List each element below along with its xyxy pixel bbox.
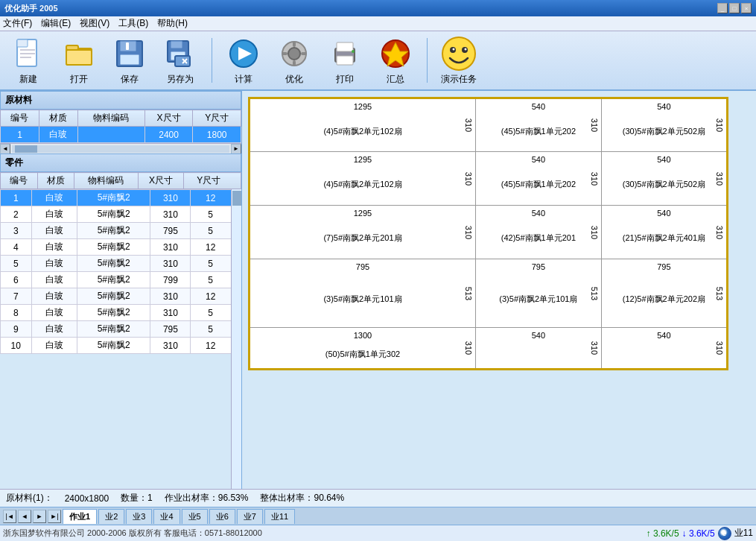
parts-row[interactable]: 8 白玻 5#南飘2 310 5: [1, 305, 241, 321]
part-code: 5#南飘2: [77, 190, 150, 206]
svg-rect-1: [17, 39, 28, 47]
optimize-button[interactable]: 优化: [272, 33, 317, 89]
col-id: 编号: [1, 110, 39, 127]
p-col-x: X尺寸: [138, 173, 184, 189]
cut-cell: 540 310 (30)5#南飘2单元502扇: [601, 98, 727, 152]
tab-job2[interactable]: 业2: [98, 509, 124, 524]
cell-label: (45)5#南飘1单元202: [480, 179, 597, 190]
parts-scroll[interactable]: 1 白玻 5#南飘2 310 12 2 白玻 5#南飘2 310 5 3 白玻 …: [0, 189, 241, 489]
parts-row[interactable]: 6 白玻 5#南飘2 799 5: [1, 272, 241, 288]
cut-cell: 795 513 (12)5#南飘2单元202扇: [601, 259, 727, 328]
parts-table-body: 1 白玻 5#南飘2 310 12 2 白玻 5#南飘2 310 5 3 白玻 …: [0, 189, 241, 354]
menu-edit[interactable]: 编辑(E): [41, 17, 71, 30]
part-x: 310: [150, 338, 191, 354]
menu-file[interactable]: 文件(F): [3, 17, 32, 30]
hscroll-track[interactable]: [12, 145, 229, 153]
dim-right: 310: [715, 341, 724, 355]
parts-row[interactable]: 9 白玻 5#南飘2 795 5: [1, 321, 241, 338]
part-material: 白玻: [31, 288, 77, 305]
tab-job1[interactable]: 作业1: [63, 509, 97, 524]
hscroll-thumb[interactable]: [15, 145, 37, 153]
raw-material-row[interactable]: 1 白玻 2400 1800: [1, 127, 241, 143]
menu-view[interactable]: 视图(V): [80, 17, 109, 30]
tab-job4[interactable]: 业4: [153, 509, 180, 524]
dim-right: 310: [464, 118, 473, 132]
part-id: 1: [1, 190, 32, 206]
parts-row[interactable]: 5 白玻 5#南飘2 310 5: [1, 256, 241, 272]
raw-materials-hscroll: ◄ ►: [0, 143, 241, 154]
parts-row[interactable]: 3 白玻 5#南飘2 795 5: [1, 223, 241, 239]
tab-job11[interactable]: 业11: [264, 509, 295, 524]
save-button[interactable]: 保存: [107, 33, 152, 89]
parts-row[interactable]: 7 白玻 5#南飘2 310 12: [1, 288, 241, 305]
cell-label: (50)5#南飘1单元302: [255, 349, 471, 360]
dim-right: 310: [715, 225, 724, 238]
part-code: 5#南飘2: [77, 272, 150, 288]
tab-next-button[interactable]: ►: [33, 510, 46, 523]
summary-button[interactable]: 汇总: [373, 33, 418, 89]
close-button[interactable]: ×: [741, 3, 752, 13]
parts-row[interactable]: 4 白玻 5#南飘2 310 12: [1, 239, 241, 256]
demo-label: 演示任务: [441, 73, 477, 86]
maximize-button[interactable]: □: [729, 3, 740, 13]
tab-job6[interactable]: 业6: [209, 509, 235, 524]
rm-material: 白玻: [39, 127, 77, 143]
calc-button[interactable]: 计算: [221, 33, 266, 89]
saveas-label: 另存为: [167, 73, 194, 86]
svg-rect-11: [126, 42, 129, 50]
menu-tools[interactable]: 工具(B): [118, 17, 148, 30]
dim-top: 540: [657, 155, 670, 164]
diagram-wrapper[interactable]: 1295 310 (4)5#南飘2单元102扇 540 310 (45)5#南飘…: [248, 97, 750, 483]
dim-right: 513: [590, 286, 599, 300]
vscroll-thumb[interactable]: [232, 191, 241, 206]
raw-materials-header: 原材料: [0, 91, 241, 110]
cut-cell: 795 513 (3)5#南飘2单元101扇: [250, 259, 476, 328]
part-material: 白玻: [31, 190, 77, 206]
saveas-button[interactable]: 另存为: [158, 33, 203, 89]
menu-bar: 文件(F) 编辑(E) 视图(V) 工具(B) 帮助(H): [0, 16, 756, 31]
dim-top: 540: [532, 102, 545, 111]
minimize-button[interactable]: _: [717, 3, 728, 13]
cell-label: (3)5#南飘2单元101扇: [480, 294, 597, 305]
part-material: 白玻: [31, 272, 77, 288]
menu-help[interactable]: 帮助(H): [157, 17, 188, 30]
rm-y: 1800: [193, 127, 241, 143]
print-button[interactable]: 打印: [323, 33, 367, 89]
dim-right: 513: [464, 286, 473, 300]
parts-row[interactable]: 2 白玻 5#南飘2 310 5: [1, 206, 241, 223]
tab-last-button[interactable]: ►|: [48, 510, 61, 523]
tab-prev-button[interactable]: ◄: [18, 510, 31, 523]
cut-cell: 540 310 (45)5#南飘1单元202: [475, 98, 601, 152]
svg-point-32: [442, 37, 475, 70]
part-x: 310: [150, 288, 191, 305]
open-label: 打开: [70, 73, 88, 86]
parts-vscroll[interactable]: [231, 189, 241, 489]
parts-row[interactable]: 10 白玻 5#南飘2 310 12: [1, 338, 241, 354]
calc-label: 计算: [235, 73, 252, 86]
p-col-material: 材质: [37, 173, 74, 189]
demo-button[interactable]: 演示任务: [436, 33, 481, 89]
tab-first-button[interactable]: |◄: [3, 510, 16, 523]
dim-right: 310: [590, 341, 599, 355]
part-code: 5#南飘2: [77, 206, 150, 223]
new-button[interactable]: 新建: [6, 33, 51, 89]
dim-top: 795: [657, 262, 670, 271]
job-label: 业11: [734, 527, 753, 540]
part-id: 3: [1, 223, 32, 239]
parts-row[interactable]: 1 白玻 5#南飘2 310 12: [1, 190, 241, 206]
cut-cell: 1295 310 (4)5#南飘2单元102扇: [250, 152, 476, 206]
print-icon: [327, 36, 363, 72]
tab-job3[interactable]: 业3: [126, 509, 152, 524]
tab-job5[interactable]: 业5: [182, 509, 208, 524]
part-x: 795: [150, 321, 191, 338]
saveas-icon: [162, 36, 198, 72]
tab-bar: |◄ ◄ ► ►| 作业1 业2 业3 业4 业5 业6 业7 业11: [0, 507, 756, 525]
dim-top: 1295: [354, 102, 372, 111]
toolbar: 新建 打开 保存: [0, 31, 756, 91]
part-id: 7: [1, 288, 32, 305]
open-button[interactable]: 打开: [57, 33, 101, 89]
cell-label: (4)5#南飘2单元102扇: [255, 126, 471, 137]
scroll-right-arrow[interactable]: ►: [231, 144, 241, 154]
tab-job7[interactable]: 业7: [237, 509, 263, 524]
scroll-left-arrow[interactable]: ◄: [0, 144, 10, 154]
